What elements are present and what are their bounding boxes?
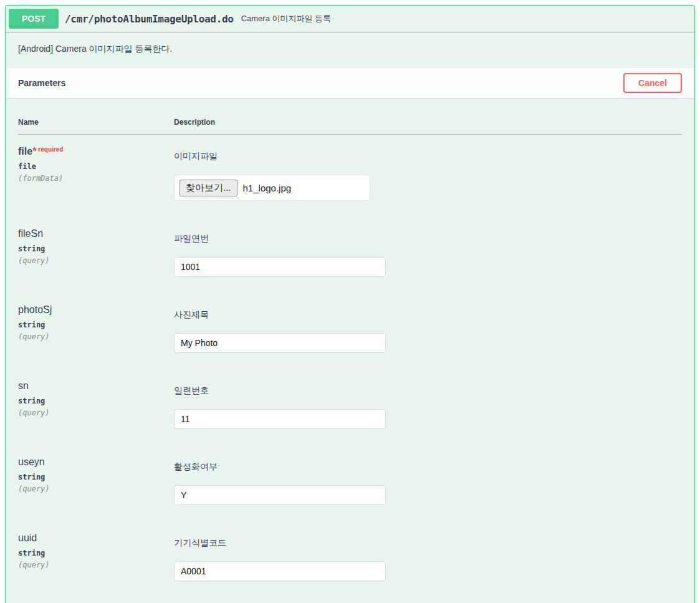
- param-name: file*required: [18, 146, 174, 157]
- parameters-section-header: Parameters Cancel: [6, 67, 694, 98]
- param-name: fileSn: [18, 228, 174, 239]
- param-type: string: [18, 321, 174, 329]
- table-row: useyn string (query) 활성화여부: [18, 445, 682, 521]
- param-value-input[interactable]: [174, 257, 386, 277]
- param-description-cell: 파일연번: [174, 217, 682, 293]
- param-name-cell: photoSj string (query): [18, 293, 174, 369]
- param-type: string: [18, 473, 174, 481]
- operation-description: [Android] Camera 이미지파일 등록한다.: [6, 32, 694, 67]
- param-name: photoSj: [18, 304, 174, 316]
- param-name: useyn: [18, 456, 174, 468]
- table-row: sn string (query) 일련번호: [18, 369, 682, 445]
- param-input-wrap: [174, 257, 682, 277]
- table-row: photoSj string (query) 사진제목: [18, 293, 682, 369]
- param-name-cell: fileSn string (query): [18, 217, 174, 293]
- param-description: 파일연번: [174, 228, 682, 244]
- param-name: sn: [18, 380, 174, 392]
- param-description-cell: 활성화여부: [174, 445, 682, 521]
- param-input-wrap: [174, 485, 682, 505]
- parameters-table-container: Name Description file*required file (for…: [6, 98, 694, 603]
- param-name-text: uuid: [18, 533, 37, 543]
- param-description: 활성화여부: [174, 456, 682, 473]
- endpoint-summary: Camera 이미지파일 등록: [241, 13, 331, 24]
- param-type: string: [18, 397, 174, 405]
- param-location: (query): [18, 561, 174, 569]
- column-header-description: Description: [174, 110, 682, 135]
- selected-file-name: h1_logo.jpg: [243, 183, 292, 193]
- param-name-text: file: [18, 146, 32, 157]
- param-input-wrap: [174, 409, 682, 429]
- param-description-cell: 일련번호: [174, 369, 682, 445]
- param-name-cell: useyn string (query): [18, 445, 174, 521]
- endpoint-path: /cmr/photoAlbumImageUpload.do: [65, 13, 234, 25]
- cancel-button[interactable]: Cancel: [623, 73, 682, 93]
- column-header-name: Name: [18, 110, 174, 135]
- parameters-table: Name Description file*required file (for…: [18, 110, 682, 597]
- param-description-cell: 사진제목: [174, 293, 682, 369]
- param-location: (query): [18, 485, 174, 493]
- param-description: 이미지파일: [174, 146, 682, 162]
- post-operation-block: POST /cmr/photoAlbumImageUpload.do Camer…: [5, 5, 695, 603]
- param-name-text: fileSn: [18, 228, 43, 239]
- required-marker: *required: [32, 146, 63, 157]
- param-name-text: useyn: [18, 456, 45, 467]
- table-row: uuid string (query) 기기식별코드: [18, 521, 682, 597]
- param-type: string: [18, 549, 174, 557]
- param-value-input[interactable]: [174, 409, 386, 429]
- param-value-input[interactable]: [174, 561, 386, 581]
- param-location: (query): [18, 256, 174, 265]
- param-name-text: sn: [18, 380, 29, 391]
- param-name: uuid: [18, 533, 174, 544]
- table-row: fileSn string (query) 파일연번: [18, 217, 682, 293]
- param-input-wrap: [174, 333, 682, 353]
- param-type: string: [18, 244, 174, 253]
- param-type: file: [18, 162, 174, 171]
- param-name-text: photoSj: [18, 304, 52, 315]
- param-value-input[interactable]: [174, 485, 386, 505]
- param-name-cell: uuid string (query): [18, 521, 174, 597]
- param-description: 기기식별코드: [174, 533, 682, 549]
- file-input[interactable]: 찾아보기... h1_logo.jpg: [174, 175, 370, 201]
- operation-summary-bar[interactable]: POST /cmr/photoAlbumImageUpload.do Camer…: [6, 6, 694, 32]
- param-input-wrap: [174, 561, 682, 581]
- param-value-input[interactable]: [174, 333, 386, 353]
- param-description: 사진제목: [174, 304, 682, 321]
- param-name-cell: file*required file (formData): [18, 135, 174, 218]
- parameters-rows: file*required file (formData) 이미지파일 찾아보기…: [18, 135, 682, 598]
- param-name-cell: sn string (query): [18, 369, 174, 445]
- param-input-wrap: 찾아보기... h1_logo.jpg: [174, 175, 682, 201]
- http-method-badge: POST: [9, 9, 59, 29]
- browse-button[interactable]: 찾아보기...: [180, 180, 237, 196]
- param-location: (formData): [18, 174, 174, 183]
- table-row: file*required file (formData) 이미지파일 찾아보기…: [18, 135, 682, 218]
- param-description-cell: 이미지파일 찾아보기... h1_logo.jpg: [174, 135, 682, 218]
- param-description: 일련번호: [174, 380, 682, 397]
- param-description-cell: 기기식별코드: [174, 521, 682, 597]
- param-location: (query): [18, 332, 174, 341]
- parameters-title: Parameters: [18, 78, 65, 88]
- required-label: required: [36, 146, 63, 153]
- param-location: (query): [18, 408, 174, 417]
